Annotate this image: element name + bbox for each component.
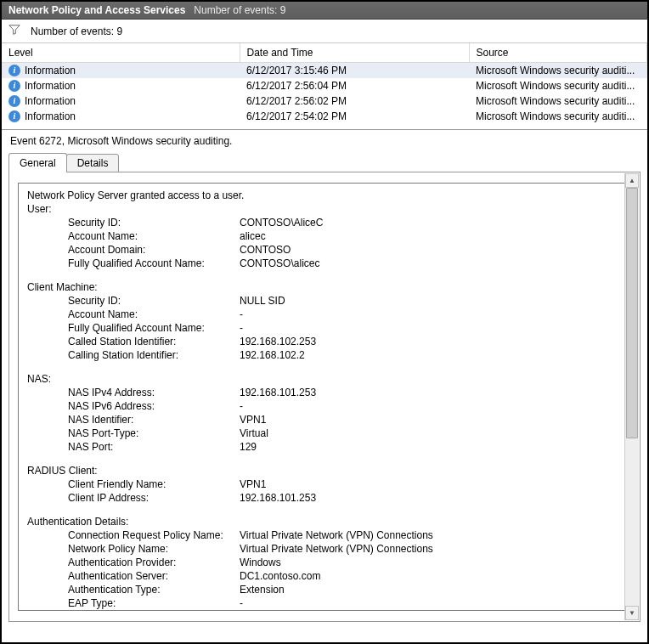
- filter-label: Number of events: 9: [31, 25, 122, 37]
- detail-kv-row: EAP Type:-: [27, 596, 622, 610]
- filter-icon[interactable]: [8, 24, 20, 38]
- detail-summary: Network Policy Server granted access to …: [27, 189, 622, 202]
- information-icon: i: [8, 65, 20, 76]
- cell-date: 6/12/2017 2:54:02 PM: [240, 109, 469, 124]
- detail-kv-row: NAS IPv6 Address:-: [27, 399, 622, 413]
- detail-kv-row: NAS Port-Type:Virtual: [27, 427, 622, 440]
- detail-kv-row: Security ID:CONTOSO\AliceC: [27, 216, 622, 229]
- detail-kv-row: Account Domain:CONTOSO: [27, 243, 622, 257]
- detail-key: Called Station Identifier:: [27, 335, 240, 348]
- cell-source: Microsoft Windows security auditi...: [469, 78, 647, 93]
- detail-key: NAS IPv6 Address:: [27, 399, 240, 413]
- detail-value: 192.168.102.2: [240, 348, 622, 362]
- detail-kv-row: Called Station Identifier:192.168.102.25…: [27, 335, 622, 348]
- cell-level-text: Information: [25, 95, 76, 107]
- detail-key: Account Name:: [27, 229, 240, 243]
- detail-key: Authentication Server:: [27, 569, 240, 583]
- detail-value: Windows: [240, 556, 622, 569]
- col-header-level[interactable]: Level: [2, 43, 240, 63]
- cell-level: iInformation: [2, 109, 240, 124]
- scroll-thumb[interactable]: [626, 188, 638, 438]
- detail-key: Client Friendly Name:: [27, 477, 240, 491]
- detail-key: Connection Request Policy Name:: [27, 528, 240, 542]
- detail-value: Virtual Private Network (VPN) Connection…: [240, 528, 622, 542]
- tab-content-general: Network Policy Server granted access to …: [8, 172, 641, 622]
- detail-value: Virtual: [240, 427, 622, 440]
- table-row[interactable]: iInformation6/12/2017 2:56:02 PMMicrosof…: [2, 93, 647, 109]
- information-icon: i: [8, 80, 20, 92]
- cell-date: 6/12/2017 2:56:04 PM: [240, 78, 469, 93]
- detail-section-title: User:: [27, 202, 622, 216]
- table-row[interactable]: iInformation6/12/2017 2:56:04 PMMicrosof…: [2, 78, 647, 93]
- cell-source: Microsoft Windows security auditi...: [469, 93, 647, 109]
- detail-value: CONTOSO\alicec: [240, 257, 622, 270]
- detail-key: Network Policy Name:: [27, 542, 240, 556]
- cell-date: 6/12/2017 2:56:02 PM: [240, 93, 469, 109]
- detail-key: Fully Qualified Account Name:: [27, 321, 240, 335]
- detail-kv-row: Fully Qualified Account Name:-: [27, 321, 622, 335]
- detail-value: DC1.contoso.com: [240, 569, 622, 583]
- event-header: Event 6272, Microsoft Windows security a…: [2, 130, 647, 152]
- cell-level-text: Information: [25, 80, 76, 92]
- col-header-date[interactable]: Date and Time: [240, 43, 469, 63]
- detail-value: alicec: [240, 229, 622, 243]
- table-row[interactable]: iInformation6/12/2017 2:54:02 PMMicrosof…: [2, 109, 647, 124]
- detail-key: NAS IPv4 Address:: [27, 386, 240, 399]
- detail-value: -: [240, 321, 622, 335]
- detail-key: Calling Station Identifier:: [27, 348, 240, 362]
- detail-value: 37: [240, 610, 622, 611]
- detail-value: Virtual Private Network (VPN) Connection…: [240, 542, 622, 556]
- detail-value: -: [240, 308, 622, 321]
- cell-level: iInformation: [2, 78, 240, 93]
- tab-general[interactable]: General: [8, 153, 67, 172]
- tab-details[interactable]: Details: [66, 154, 120, 172]
- detail-section: NAS:NAS IPv4 Address:192.168.101.253NAS …: [27, 372, 622, 454]
- detail-kv-row: Network Policy Name:Virtual Private Netw…: [27, 542, 622, 556]
- detail-kv-row: Account Name:-: [27, 308, 622, 321]
- detail-key: NAS Port-Type:: [27, 427, 240, 440]
- detail-value: 129: [240, 440, 622, 454]
- window-subtitle: Number of events: 9: [194, 4, 285, 16]
- detail-value: -: [240, 596, 622, 610]
- detail-kv-row: Client Friendly Name:VPN1: [27, 477, 622, 491]
- scroll-down-arrow-icon[interactable]: ▼: [625, 606, 639, 620]
- detail-key: NAS Port:: [27, 440, 240, 454]
- detail-value: NULL SID: [240, 294, 622, 308]
- detail-section-title: Authentication Details:: [27, 515, 622, 528]
- scroll-track[interactable]: [625, 188, 639, 606]
- detail-kv-row: NAS Port:129: [27, 440, 622, 454]
- vertical-scrollbar[interactable]: ▲ ▼: [624, 173, 639, 620]
- detail-key: EAP Type:: [27, 596, 240, 610]
- col-header-source[interactable]: Source: [469, 43, 647, 63]
- detail-key: NAS Identifier:: [27, 413, 240, 427]
- detail-value: VPN1: [240, 413, 622, 427]
- window-titlebar: Network Policy and Access Services Numbe…: [2, 2, 647, 20]
- cell-level: iInformation: [2, 93, 240, 109]
- detail-key: Fully Qualified Account Name:: [27, 257, 240, 270]
- detail-value: -: [240, 399, 622, 413]
- detail-value: CONTOSO: [240, 243, 622, 257]
- detail-kv-row: NAS Identifier:VPN1: [27, 413, 622, 427]
- detail-kv-row: Connection Request Policy Name:Virtual P…: [27, 528, 622, 542]
- detail-kv-row: Client IP Address:192.168.101.253: [27, 491, 622, 505]
- cell-source: Microsoft Windows security auditi...: [469, 63, 647, 79]
- event-list[interactable]: Level Date and Time Source iInformation6…: [2, 43, 647, 130]
- filter-bar: Number of events: 9: [2, 20, 647, 43]
- detail-section-title: NAS:: [27, 372, 622, 386]
- scroll-up-arrow-icon[interactable]: ▲: [625, 173, 639, 188]
- detail-kv-row: Authentication Provider:Windows: [27, 556, 622, 569]
- window-title: Network Policy and Access Services: [8, 4, 185, 16]
- detail-value: Extension: [240, 583, 622, 596]
- table-header-row[interactable]: Level Date and Time Source: [2, 43, 647, 63]
- cell-level-text: Information: [25, 110, 76, 122]
- table-row[interactable]: iInformation6/12/2017 3:15:46 PMMicrosof…: [2, 63, 647, 79]
- information-icon: i: [8, 110, 20, 122]
- detail-kv-row: Account Name:alicec: [27, 229, 622, 243]
- detail-kv-row: Account Session Identifier:37: [27, 610, 622, 611]
- detail-section: Authentication Details:Connection Reques…: [27, 515, 622, 611]
- detail-section: Client Machine:Security ID:NULL SIDAccou…: [27, 280, 622, 362]
- detail-section: User:Security ID:CONTOSO\AliceCAccount N…: [27, 202, 622, 270]
- tab-strip: General Details: [8, 153, 641, 172]
- detail-kv-row: Authentication Server:DC1.contoso.com: [27, 569, 622, 583]
- table-row-partial: [2, 124, 647, 129]
